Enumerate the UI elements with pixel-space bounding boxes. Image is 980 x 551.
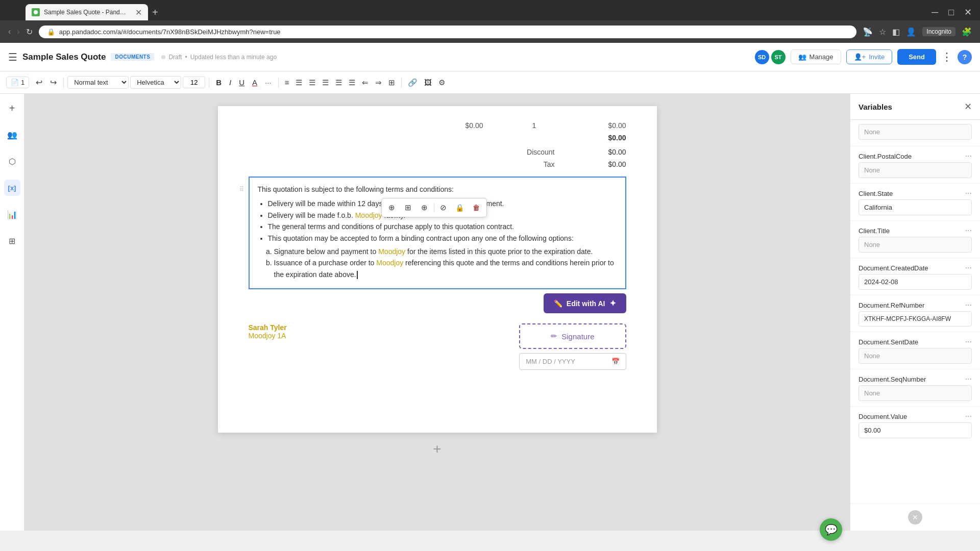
address-bar[interactable]: 🔒 app.pandadoc.com/a/#/documents/7nX98nB… (39, 26, 857, 38)
var-none-top: None (850, 120, 980, 144)
bullet-list-button[interactable]: ☰ (333, 77, 345, 89)
float-grid-button[interactable]: ⊞ (401, 201, 415, 215)
redo-button[interactable]: ↪ (47, 76, 60, 89)
sidebar-item-shapes[interactable]: ⬡ (4, 153, 20, 169)
text-color-button[interactable]: A (249, 77, 260, 88)
bold-button[interactable]: B (213, 77, 225, 88)
terms-block[interactable]: ⠿ This quotation is subject to the follo… (249, 177, 626, 289)
new-tab-button[interactable]: + (152, 7, 158, 17)
sidebar-item-people[interactable]: 👥 (4, 127, 20, 143)
link-button[interactable]: 🔗 (405, 77, 420, 89)
avatar-group: SD ST (755, 50, 786, 64)
browser-tab-active[interactable]: Sample Sales Quote - PandaDo... ✕ (26, 4, 148, 20)
back-button[interactable]: ‹ (8, 27, 11, 36)
float-add-button[interactable]: ⊕ (385, 201, 399, 215)
browser-window: Sample Sales Quote - PandaDo... ✕ + ─ □ … (0, 0, 980, 43)
italic-button[interactable]: I (226, 77, 234, 88)
invite-button[interactable]: 👤+ Invite (846, 49, 893, 64)
tax-value: $0.00 (585, 160, 626, 168)
var-created-more[interactable]: ··· (965, 263, 972, 272)
sidebar-icon[interactable]: ◧ (892, 27, 900, 37)
signature-label: Signature (561, 332, 594, 341)
undo-button[interactable]: ↩ (33, 76, 45, 89)
sidebar-item-add[interactable]: + (4, 100, 20, 116)
edit-ai-container: ✏️ Edit with AI ✦ (249, 293, 626, 313)
menu-icon[interactable]: ☰ (8, 51, 17, 63)
panel-header: Variables ✕ (850, 94, 980, 120)
panel-title: Variables (859, 103, 892, 111)
numbered-list-button[interactable]: ☰ (346, 77, 358, 89)
font-select[interactable]: Helvetica (130, 76, 181, 89)
var-sent-more[interactable]: ··· (965, 337, 972, 346)
close-window-icon[interactable]: ✕ (964, 7, 972, 18)
left-sidebar: + 👥 ⬡ [x] 📊 ⊞ (0, 94, 24, 531)
style-select[interactable]: Normal text (67, 76, 129, 89)
align-center-button[interactable]: ≡ (282, 77, 292, 88)
profile-icon[interactable]: 👤 (906, 27, 916, 37)
indent-button[interactable]: ⇒ (373, 77, 384, 89)
signature-button[interactable]: ✏ Signature (519, 323, 626, 349)
cast-icon: 📡 (863, 27, 873, 37)
underline-button[interactable]: U (236, 77, 248, 88)
minimize-icon[interactable]: ─ (932, 7, 938, 18)
var-sep-top (850, 146, 980, 146)
outdent-button[interactable]: ⇐ (359, 77, 371, 89)
var-state-more[interactable]: ··· (965, 189, 972, 198)
chat-bubble[interactable]: 💬 (820, 518, 842, 541)
var-value-val: $0.00 (859, 422, 972, 438)
tab-close-icon[interactable]: ✕ (135, 8, 142, 17)
image-button[interactable]: 🖼 (422, 77, 434, 88)
extension-icon[interactable]: 🧩 (962, 27, 972, 37)
sparkle-icon: ✦ (609, 298, 616, 308)
main-area: + 👥 ⬡ [x] 📊 ⊞ $0.00 1 $0.00 $0.00 (0, 94, 980, 531)
var-postal-more[interactable]: ··· (965, 152, 972, 161)
more-options-button[interactable]: ⋮ (941, 51, 952, 64)
topbar: ☰ Sample Sales Quote DOCUMENTS Draft • U… (0, 43, 980, 71)
var-title-value: None (859, 237, 972, 253)
avatar-st: ST (771, 50, 786, 64)
sidebar-item-analytics[interactable]: 📊 (4, 206, 20, 222)
drag-handle[interactable]: ⠿ (239, 185, 244, 194)
align-left-button[interactable]: ☰ (293, 77, 305, 89)
var-ref-more[interactable]: ··· (965, 300, 972, 310)
var-title-more[interactable]: ··· (965, 226, 972, 235)
sidebar-item-grid[interactable]: ⊞ (4, 233, 20, 249)
manage-button[interactable]: 👥 Manage (791, 49, 841, 64)
filter-button[interactable]: ⚙ (436, 77, 448, 89)
var-seq-more[interactable]: ··· (965, 374, 972, 384)
maximize-icon[interactable]: □ (948, 7, 954, 18)
var-postal-value: None (859, 162, 972, 178)
more-format-button[interactable]: ··· (262, 77, 275, 88)
bookmark-icon[interactable]: ☆ (879, 27, 886, 37)
font-size-input[interactable] (183, 77, 205, 88)
col-button[interactable]: ⊞ (386, 77, 398, 89)
panel-close-badge[interactable]: ✕ (850, 504, 980, 531)
float-settings-button[interactable]: ⊘ (436, 201, 451, 215)
float-lock-button[interactable]: 🔒 (453, 201, 467, 215)
var-ref-name: Document.RefNumber ··· (859, 300, 972, 310)
var-value-more[interactable]: ··· (965, 412, 972, 421)
forward-button[interactable]: › (17, 27, 19, 36)
justify-button[interactable]: ☰ (320, 77, 331, 89)
float-delete-button[interactable]: 🗑 (469, 201, 483, 215)
help-button[interactable]: ? (958, 50, 972, 64)
add-section-button[interactable]: + (433, 441, 441, 457)
date-field[interactable]: MM / DD / YYYY 📅 (519, 353, 626, 370)
sig-name: Sarah Tyler (249, 323, 287, 332)
refresh-button[interactable]: ↻ (26, 27, 33, 37)
var-state-name: Client.State ··· (859, 189, 972, 198)
align-right-button[interactable]: ☰ (306, 77, 318, 89)
send-button[interactable]: Send (897, 49, 936, 65)
signature-area: Sarah Tyler Moodjoy 1A ✏ Signature MM / … (249, 317, 626, 376)
panel-close-button[interactable]: ✕ (964, 101, 972, 112)
var-created-value: 2024-02-08 (859, 274, 972, 290)
edit-ai-button[interactable]: ✏️ Edit with AI ✦ (544, 293, 626, 313)
sidebar-item-variables[interactable]: [x] (4, 180, 20, 196)
var-created-name: Document.CreatedDate ··· (859, 263, 972, 272)
discount-row: Discount $0.00 (249, 146, 626, 158)
float-plus-button[interactable]: ⊕ (418, 201, 432, 215)
page-indicator: 📄 1 (6, 77, 29, 88)
tax-row: Tax $0.00 (249, 158, 626, 170)
toolbar-sep-2 (209, 78, 209, 88)
floating-toolbar: ⊕ ⊞ ⊕ ⊘ 🔒 🗑 (381, 198, 487, 217)
